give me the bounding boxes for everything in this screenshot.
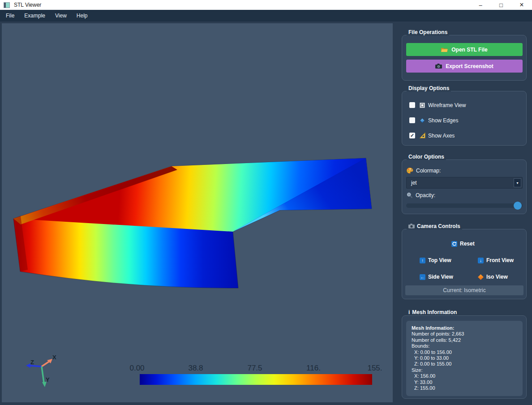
colorbar-tick: 0.00 [129,364,144,373]
mesh-info-line: Z: 0.00 to 155.00 [412,361,523,367]
blue-diamond-icon [419,117,425,124]
opacity-label-row: Opacity: [407,192,435,198]
show-edges-row: Show Edges [409,117,458,124]
display-options-title: Display Options [407,85,451,91]
colormap-label: Colormap: [416,168,441,174]
wireframe-icon [419,102,425,108]
window-controls: – □ × [470,0,532,10]
show-edges-label: Show Edges [428,117,458,124]
mesh-info-line: Mesh Information: [412,325,523,331]
color-options-title-text: Color Options [408,154,444,160]
colorbar-tick: 77.5 [247,364,262,373]
mesh-info-line: Y: 33.00 [412,379,523,385]
top-view-button[interactable]: ↑ Top View [420,257,451,264]
opacity-slider[interactable] [406,203,523,208]
colormap-value: jet [411,180,417,186]
opacity-label: Opacity: [416,192,435,198]
front-view-label: Front View [486,257,514,263]
mesh-info-line: Size: [412,367,523,373]
app-window: STL Viewer – □ × File Example View Help [0,0,532,405]
arrow-left-icon: ← [420,274,425,280]
show-axes-label: Show Axes [428,133,455,139]
colormap-dropdown[interactable]: jet ▼ [406,177,523,189]
side-view-label: Side View [428,274,453,280]
mesh-info-line: X: 156.00 [412,373,523,379]
opacity-slider-handle[interactable] [514,202,522,210]
z-axis-label: Z [30,359,34,366]
export-screenshot-label: Export Screenshot [446,63,493,69]
palette-icon [407,168,413,174]
wireframe-view-row: Wireframe View [409,102,466,108]
menu-example[interactable]: Example [19,10,50,22]
menu-help[interactable]: Help [72,10,93,22]
wireframe-label: Wireframe View [428,102,466,108]
reset-view-label: Reset [460,241,475,247]
open-stl-button[interactable]: Open STL File [406,43,523,56]
check-icon: ✓ [410,133,414,138]
dropdown-arrow-icon[interactable]: ▼ [514,178,521,187]
colorbar-tick: 38.8 [188,364,203,373]
minimize-button[interactable]: – [470,0,491,10]
mesh-info-line: X: 0.00 to 156.00 [412,349,523,355]
wireframe-checkbox[interactable] [409,102,415,108]
x-axis-label: X [52,354,56,361]
arrow-up-icon: ↑ [420,258,425,263]
info-icon: i [408,309,410,315]
mesh-information-title: i Mesh Information [407,309,459,315]
3d-viewport[interactable]: Z X Y 0.00 38.8 77.5 116. 155. [2,23,393,402]
file-operations-group [402,35,527,81]
colorbar [140,374,372,385]
close-button[interactable]: × [511,0,532,10]
iso-view-label: Iso View [486,274,508,280]
current-view-status: Current: Isometric [405,285,523,295]
app-icon [4,2,10,8]
folder-icon [441,47,448,52]
file-operations-title-text: File Operations [408,29,447,35]
colorbar-tick: 155. [367,364,382,373]
menu-bar: File Example View Help [0,10,532,22]
dropdown-arrow-glyph: ▼ [516,181,519,185]
mesh-info-box: Mesh Information: Number of points: 2,66… [406,321,523,396]
colorbar-tick: 116. [306,364,321,373]
file-operations-title: File Operations [407,29,449,35]
mesh-info-line: Number of cells: 5,422 [412,337,523,343]
export-screenshot-button[interactable]: Export Screenshot [406,60,523,73]
color-options-title: Color Options [407,153,446,160]
camera-controls-icon [408,224,415,228]
iso-view-button[interactable]: Iso View [478,273,508,280]
show-axes-row: ✓ Show Axes [409,132,455,139]
mesh-info-line: Y: 0.00 to 33.00 [412,355,523,361]
camera-controls-title-text: Camera Controls [417,223,460,229]
magnifier-icon [407,192,413,198]
side-view-button[interactable]: ← Side View [420,273,453,280]
camera-icon [435,64,442,69]
z-axis-arrow [26,363,30,368]
triangle-ruler-icon [419,133,425,139]
mesh-information-title-text: Mesh Information [412,309,457,315]
open-stl-label: Open STL File [451,47,487,53]
colormap-label-row: Colormap: [407,167,441,174]
reset-view-button[interactable]: Reset [451,240,475,247]
maximize-button[interactable]: □ [491,0,511,10]
mesh-canvas: Z X Y [2,23,393,402]
display-options-title-text: Display Options [408,85,449,91]
camera-controls-title: Camera Controls [407,223,462,229]
menu-file[interactable]: File [1,10,19,22]
show-edges-checkbox[interactable] [409,117,415,123]
reset-icon [451,241,457,247]
menu-view[interactable]: View [50,10,72,22]
top-view-label: Top View [428,257,451,263]
window-title: STL Viewer [14,2,41,8]
title-bar: STL Viewer – □ × [0,0,532,10]
show-axes-checkbox[interactable]: ✓ [409,133,415,138]
arrow-down-icon: ↓ [478,258,484,263]
orange-diamond-icon [478,274,484,280]
orientation-axes: Z X Y [26,354,56,387]
mesh-info-line: Z: 155.00 [412,385,523,391]
front-view-button[interactable]: ↓ Front View [478,257,514,264]
mesh-info-line: Bounds: [412,343,523,349]
mesh-info-line: Number of points: 2,663 [412,331,523,337]
y-axis-label: Y [46,376,50,383]
